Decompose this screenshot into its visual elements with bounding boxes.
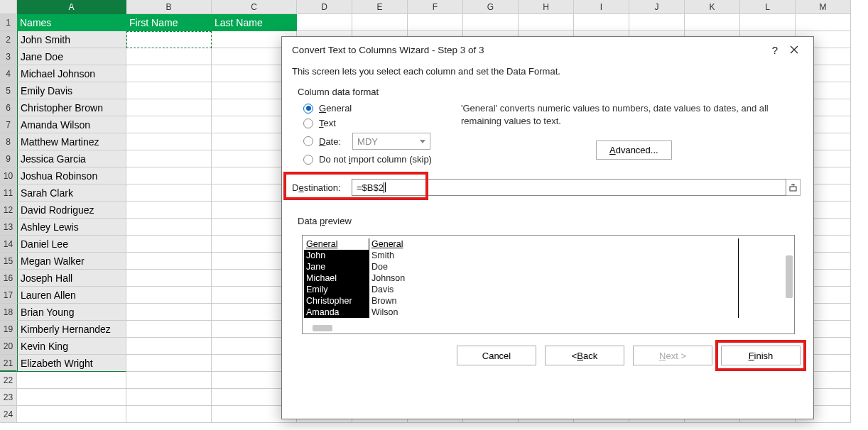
radio-date[interactable]: Date: MDY [303, 133, 455, 150]
cell-B9[interactable] [126, 150, 212, 167]
row-header-12[interactable]: 12 [0, 202, 17, 219]
cell-A5[interactable]: Emily Davis [17, 82, 126, 99]
row-header-18[interactable]: 18 [0, 304, 17, 321]
cell-B11[interactable] [126, 184, 212, 202]
row-header-15[interactable]: 15 [0, 253, 17, 270]
cell-F1[interactable] [408, 14, 463, 31]
select-all-corner[interactable] [0, 0, 17, 14]
radio-text[interactable]: Text [303, 118, 455, 128]
row-header-14[interactable]: 14 [0, 236, 17, 253]
row-header-13[interactable]: 13 [0, 219, 17, 236]
cancel-button[interactable]: Cancel [457, 346, 536, 365]
cell-A2[interactable]: John Smith [17, 31, 126, 48]
cell-A13[interactable]: Ashley Lewis [17, 219, 126, 236]
cell-E1[interactable] [352, 14, 408, 31]
cell-B8[interactable] [126, 133, 212, 150]
help-button[interactable]: ? [766, 44, 783, 56]
row-header-4[interactable]: 4 [0, 65, 17, 82]
column-header-K[interactable]: K [685, 0, 740, 14]
row-header-3[interactable]: 3 [0, 48, 17, 65]
row-header-23[interactable]: 23 [0, 389, 17, 406]
cell-A10[interactable]: Joshua Robinson [17, 167, 126, 184]
row-header-16[interactable]: 16 [0, 270, 17, 287]
row-header-8[interactable]: 8 [0, 133, 17, 150]
row-header-22[interactable]: 22 [0, 372, 17, 389]
cell-A17[interactable]: Lauren Allen [17, 287, 126, 304]
cell-K1[interactable] [685, 14, 740, 31]
cell-B4[interactable] [126, 65, 212, 82]
row-header-21[interactable]: 21 [0, 355, 17, 372]
cell-G1[interactable] [463, 14, 519, 31]
column-header-H[interactable]: H [519, 0, 574, 14]
row-header-10[interactable]: 10 [0, 167, 17, 184]
cell-A23[interactable] [17, 389, 126, 406]
row-header-6[interactable]: 6 [0, 99, 17, 116]
cell-B22[interactable] [126, 372, 212, 389]
cell-A24[interactable] [17, 406, 126, 423]
cell-I1[interactable] [574, 14, 629, 31]
cell-B18[interactable] [126, 304, 212, 321]
cell-B21[interactable] [126, 355, 212, 372]
cell-A22[interactable] [17, 372, 126, 389]
row-header-5[interactable]: 5 [0, 82, 17, 99]
cell-A15[interactable]: Megan Walker [17, 253, 126, 270]
cell-B14[interactable] [126, 236, 212, 253]
cell-A12[interactable]: David Rodriguez [17, 202, 126, 219]
cell-B7[interactable] [126, 116, 212, 133]
cell-B13[interactable] [126, 219, 212, 236]
cell-B10[interactable] [126, 167, 212, 184]
preview-vertical-scrollbar[interactable] [786, 255, 793, 298]
radio-general[interactable]: General [303, 103, 455, 114]
row-header-19[interactable]: 19 [0, 321, 17, 338]
cell-A8[interactable]: Matthew Martinez [17, 133, 126, 150]
cell-B12[interactable] [126, 202, 212, 219]
cell-B5[interactable] [126, 82, 212, 99]
column-header-L[interactable]: L [740, 0, 796, 14]
cell-B19[interactable] [126, 321, 212, 338]
column-header-F[interactable]: F [408, 0, 463, 14]
cell-M1[interactable] [796, 14, 851, 31]
column-header-A[interactable]: A [17, 0, 126, 14]
cell-A21[interactable]: Elizabeth Wright [17, 355, 126, 372]
cell-B23[interactable] [126, 389, 212, 406]
cell-A11[interactable]: Sarah Clark [17, 184, 126, 202]
cell-B1[interactable]: First Name [126, 14, 212, 31]
preview-horizontal-scrollbar[interactable] [313, 325, 332, 331]
cell-A6[interactable]: Christopher Brown [17, 99, 126, 116]
cell-A18[interactable]: Brian Young [17, 304, 126, 321]
cell-A4[interactable]: Michael Johnson [17, 65, 126, 82]
cell-A19[interactable]: Kimberly Hernandez [17, 321, 126, 338]
range-picker-button[interactable] [786, 179, 801, 196]
destination-input[interactable]: =$B$2 [352, 179, 786, 196]
cell-B3[interactable] [126, 48, 212, 65]
cell-J1[interactable] [629, 14, 685, 31]
column-header-G[interactable]: G [463, 0, 519, 14]
column-header-E[interactable]: E [352, 0, 408, 14]
column-header-C[interactable]: C [212, 0, 297, 14]
row-header-7[interactable]: 7 [0, 116, 17, 133]
column-header-B[interactable]: B [126, 0, 212, 14]
radio-skip[interactable]: Do not import column (skip) [303, 154, 455, 165]
data-preview[interactable]: GeneralJohnJaneMichaelEmilyChristopherAm… [302, 235, 795, 334]
row-header-11[interactable]: 11 [0, 184, 17, 202]
column-header-J[interactable]: J [629, 0, 685, 14]
close-button[interactable] [783, 45, 805, 56]
finish-button[interactable]: Finish [721, 346, 801, 365]
cell-B16[interactable] [126, 270, 212, 287]
cell-A16[interactable]: Joseph Hall [17, 270, 126, 287]
column-header-D[interactable]: D [297, 0, 352, 14]
back-button[interactable]: < Back [545, 346, 624, 365]
cell-B15[interactable] [126, 253, 212, 270]
advanced-button[interactable]: Advanced... [596, 140, 672, 160]
cell-H1[interactable] [519, 14, 574, 31]
row-header-24[interactable]: 24 [0, 406, 17, 423]
cell-C1[interactable]: Last Name [212, 14, 297, 31]
cell-B6[interactable] [126, 99, 212, 116]
row-header-20[interactable]: 20 [0, 338, 17, 355]
cell-A20[interactable]: Kevin King [17, 338, 126, 355]
row-header-2[interactable]: 2 [0, 31, 17, 48]
row-header-17[interactable]: 17 [0, 287, 17, 304]
cell-B20[interactable] [126, 338, 212, 355]
row-header-1[interactable]: 1 [0, 14, 17, 31]
column-header-I[interactable]: I [574, 0, 629, 14]
